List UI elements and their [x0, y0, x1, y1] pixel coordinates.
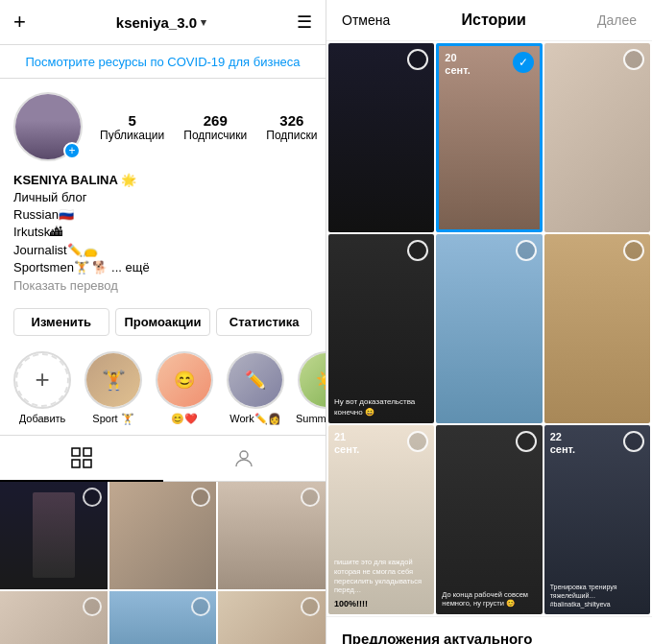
highlight-circle-emoji: 😊: [156, 351, 213, 409]
story-select-circle: [516, 240, 537, 261]
tab-row: [0, 435, 326, 482]
photo-cell[interactable]: [218, 591, 326, 644]
story-select-circle: [623, 240, 644, 261]
photo-cell[interactable]: [0, 482, 108, 589]
chevron-down-icon: ▾: [201, 16, 206, 29]
publications-label: Публикации: [100, 129, 164, 142]
photo-grid: [0, 482, 326, 644]
select-circle: [83, 597, 102, 616]
bio-name: KSENIYA BALINA 🌟: [13, 173, 312, 187]
bio-line-2: Russian🇷🇺: [13, 206, 312, 224]
following-count: 326: [279, 112, 303, 129]
plus-icon: +: [68, 145, 75, 156]
edit-profile-button[interactable]: Изменить: [13, 308, 109, 336]
stories-header: Отмена Истории Далее: [326, 0, 652, 41]
avatar-add-button[interactable]: +: [63, 142, 81, 159]
cancel-button[interactable]: Отмена: [342, 12, 390, 28]
proposals-section: Предложения актуального Отредактируйте и…: [326, 616, 652, 644]
translate-button[interactable]: Показать перевод: [13, 278, 312, 293]
story-text: Тренировка тренируя тяжелейший… #balinat…: [550, 583, 644, 608]
story-text: До конца рабочей совсем немного, ну грус…: [442, 590, 536, 609]
story-select-circle: [516, 431, 537, 452]
tab-grid[interactable]: [0, 436, 163, 482]
highlight-add-circle: +: [13, 351, 71, 409]
select-circle: [83, 488, 102, 507]
story-cell[interactable]: 20сент. ✓: [436, 43, 542, 232]
right-panel: Отмена Истории Далее 20сент. ✓ Ну вот до…: [326, 0, 652, 644]
story-cell[interactable]: [544, 43, 650, 232]
select-circle: [301, 488, 320, 507]
bio-line-3: Irkutsk🏙: [13, 224, 312, 241]
next-button[interactable]: Далее: [597, 12, 637, 28]
story-cell[interactable]: 21сент. пишите это для каждой которая не…: [328, 425, 434, 614]
highlight-label-emoji: 😊❤️: [171, 413, 198, 425]
followers-count: 269: [204, 112, 228, 129]
highlights-row: + Добавить 🏋️ Sport 🏋️ 😊 😊❤️ ✏️ Work✏️👩: [0, 342, 326, 435]
story-text: пишите это для каждой которая не смогла …: [334, 558, 428, 595]
username: kseniya_3.0: [116, 14, 197, 31]
left-panel: + kseniya_3.0 ▾ ☰ Посмотрите ресурсы по …: [0, 0, 326, 644]
grid-icon: [71, 447, 92, 468]
story-text: Ну вот доказательства конечно 😄: [334, 397, 428, 417]
svg-rect-0: [72, 448, 80, 456]
avatar-wrap: +: [13, 92, 83, 161]
stat-publications: 5 Публикации: [100, 112, 164, 142]
photo-cell[interactable]: [218, 482, 326, 589]
photo-cell[interactable]: [0, 591, 108, 644]
svg-rect-1: [84, 448, 91, 456]
svg-rect-2: [72, 460, 80, 467]
story-cell[interactable]: До конца рабочей совсем немного, ну грус…: [436, 425, 542, 614]
action-buttons: Изменить Промоакции Статистика: [0, 302, 326, 342]
highlight-circle-summer: ☀️: [298, 351, 326, 409]
stats-wrap: 5 Публикации 269 Подписчики 326 Подписки: [100, 112, 317, 142]
highlight-work[interactable]: ✏️ Work✏️👩: [227, 351, 284, 425]
covid-banner: Посмотрите ресурсы по COVID-19 для бизне…: [0, 45, 326, 79]
publications-count: 5: [128, 112, 135, 129]
highlight-label-summer: Summer😊...: [296, 413, 326, 425]
story-cell[interactable]: [544, 234, 650, 423]
select-circle: [301, 597, 320, 616]
story-cell[interactable]: [328, 43, 434, 232]
story-cell[interactable]: [436, 234, 542, 423]
highlight-label-sport: Sport 🏋️: [92, 413, 133, 425]
profile-section: + 5 Публикации 269 Подписчики 326 Подпис…: [0, 79, 326, 171]
proposals-title: Предложения актуального: [342, 631, 637, 644]
story-date-badge: 20сент.: [445, 52, 470, 77]
story-cell[interactable]: Ну вот доказательства конечно 😄: [328, 234, 434, 423]
story-date-badge: 22сент.: [550, 431, 575, 456]
stats-button[interactable]: Статистика: [216, 308, 312, 336]
stat-followers: 269 Подписчики: [183, 112, 247, 142]
person-tag-icon: [233, 447, 254, 468]
highlight-add[interactable]: + Добавить: [13, 351, 71, 425]
bio-section: KSENIYA BALINA 🌟 Личный блог Russian🇷🇺 I…: [0, 171, 326, 302]
story-cell[interactable]: 22сент. Тренировка тренируя тяжелейший… …: [544, 425, 650, 614]
svg-rect-3: [84, 460, 91, 467]
highlight-circle-sport: 🏋️: [85, 351, 142, 409]
stat-following: 326 Подписки: [266, 112, 317, 142]
photo-cell[interactable]: [109, 482, 217, 589]
select-circle: [191, 597, 210, 616]
highlight-circle-work: ✏️: [227, 351, 284, 409]
highlight-label-add: Добавить: [19, 413, 66, 424]
highlight-sport[interactable]: 🏋️ Sport 🏋️: [85, 351, 142, 425]
covid-link[interactable]: Посмотрите ресурсы по COVID-19 для бизне…: [25, 55, 300, 69]
followers-label: Подписчики: [183, 129, 247, 142]
stories-grid: 20сент. ✓ Ну вот доказательства конечно …: [326, 41, 652, 616]
add-post-icon[interactable]: +: [13, 10, 26, 35]
highlight-emoji[interactable]: 😊 😊❤️: [156, 351, 213, 425]
menu-icon[interactable]: ☰: [297, 12, 312, 33]
bio-line-5: Sportsmen🏋️ 🐕 ... ещё: [13, 259, 312, 276]
promo-button[interactable]: Промоакции: [115, 308, 211, 336]
tab-tagged[interactable]: [163, 436, 326, 481]
story-date-badge: 21сент.: [334, 431, 359, 456]
highlight-summer[interactable]: ☀️ Summer😊...: [298, 351, 326, 425]
story-select-circle: [623, 49, 644, 70]
bio-line-4: Journalist✏️👝: [13, 242, 312, 259]
highlight-label-work: Work✏️👩: [229, 413, 280, 425]
username-area[interactable]: kseniya_3.0 ▾: [116, 14, 206, 31]
svg-point-4: [240, 451, 248, 459]
photo-cell[interactable]: [109, 591, 217, 644]
top-bar: + kseniya_3.0 ▾ ☰: [0, 0, 326, 45]
story-select-filled: ✓: [513, 52, 534, 73]
bio-line-1: Личный блог: [13, 189, 312, 206]
